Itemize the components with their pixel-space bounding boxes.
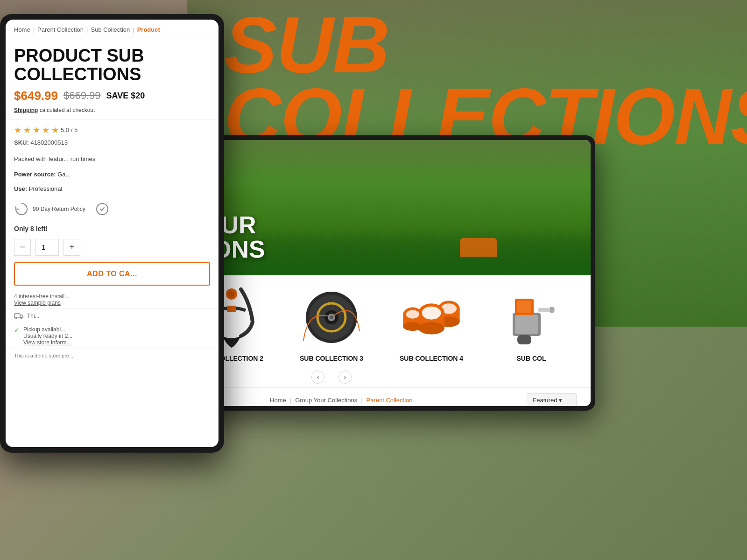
pickup-ready: Usually ready in 2...: [23, 333, 72, 339]
power-value: Ga...: [57, 171, 70, 178]
svg-point-15: [330, 315, 333, 319]
svg-point-26: [403, 322, 422, 331]
product-svg-4: [399, 287, 464, 348]
svg-rect-29: [515, 315, 538, 334]
mower-shape: [460, 238, 497, 257]
view-sample-plans-link[interactable]: View sample plans: [14, 300, 61, 306]
product-label-3: SUB COLLECTION 3: [300, 355, 363, 362]
price-row: $649.99 $669.99 SAVE $20: [6, 89, 218, 107]
breadcrumb-sep-1: |: [33, 26, 35, 33]
product-item-3[interactable]: SUB COLLECTION 3: [286, 285, 377, 362]
rating-row: ★ ★ ★ ★ ★ 5.0 / 5: [6, 119, 218, 138]
qty-minus-button[interactable]: −: [14, 239, 31, 256]
breadcrumb-sep-2: |: [86, 26, 88, 33]
breadcrumb-group[interactable]: Group Your Collections: [295, 397, 357, 404]
breadcrumb-sep-2: |: [361, 397, 362, 404]
svg-rect-33: [550, 307, 554, 313]
use-label: Use:: [14, 185, 27, 192]
stock-text: Only 8 left!: [6, 222, 218, 235]
product-svg-5: [503, 285, 559, 350]
sku-row: SKU: 41802000513: [6, 138, 218, 151]
tablet-front: Home | Parent Collection | Sub Collectio…: [0, 14, 224, 453]
breadcrumb-parent[interactable]: Parent Collection: [366, 397, 413, 404]
carousel-prev-button[interactable]: ‹: [311, 371, 324, 384]
product-description: Packed with featur... run times: [6, 151, 218, 167]
breadcrumb-parent[interactable]: Parent Collection: [37, 26, 84, 33]
svg-point-23: [422, 307, 441, 320]
star-4: ★: [42, 125, 49, 135]
svg-rect-34: [517, 335, 531, 344]
shipping-text: Shipping calculated at checkout: [6, 107, 218, 119]
breadcrumb-product: Product: [137, 26, 160, 33]
add-to-cart-button[interactable]: Add to Ca...: [14, 262, 210, 286]
star-5: ★: [51, 125, 59, 135]
checkmark-icon: ✓: [14, 326, 20, 334]
product-image-4: [399, 285, 464, 350]
shipping-detail: Thi...: [27, 313, 40, 319]
product-label-5: SUB COL: [517, 355, 546, 362]
breadcrumb-home[interactable]: Home: [14, 26, 30, 33]
svg-point-22: [418, 322, 444, 334]
breadcrumb: Home | Parent Collection | Sub Collectio…: [6, 20, 218, 37]
star-2: ★: [23, 125, 31, 135]
sku-value: 41802000513: [30, 139, 68, 146]
other-policy-item: [95, 202, 110, 217]
other-policy-icon: [95, 202, 110, 217]
product-item-4[interactable]: SUB COLLECTION 4: [386, 285, 477, 362]
quantity-row: − +: [6, 235, 218, 259]
price-current: $649.99: [14, 89, 58, 103]
product-svg-3: [299, 285, 364, 350]
breadcrumb-sep-3: |: [133, 26, 134, 33]
price-save: SAVE $20: [106, 91, 145, 101]
hero-text-overlay: SUB COLLECTIONS: [224, 9, 747, 152]
svg-point-27: [406, 310, 419, 319]
specs-use: Use: Professional: [6, 182, 218, 196]
sort-label: Featured: [533, 397, 557, 404]
power-label: Power source:: [14, 171, 56, 178]
shipping-calc: calculated at checkout: [40, 107, 95, 113]
qty-plus-button[interactable]: +: [63, 239, 80, 256]
sku-label: SKU:: [14, 139, 29, 146]
shipping-icon: [14, 311, 23, 321]
qty-input[interactable]: [35, 239, 59, 256]
price-old: $669.99: [63, 90, 101, 102]
shipping-link[interactable]: Shipping: [14, 107, 38, 113]
star-1: ★: [14, 125, 21, 135]
return-policy-item: 90 Day Return Policy: [14, 202, 85, 217]
pickup-row: ✓ Pickup availabl... Usually ready in 2.…: [6, 323, 218, 349]
product-image-5: [499, 285, 564, 350]
demo-store-text: This is a demo store pre...: [6, 349, 218, 362]
view-store-info-link[interactable]: View store inform...: [23, 339, 71, 346]
carousel-next-button[interactable]: ›: [338, 371, 352, 384]
specs-power: Power source: Ga...: [6, 167, 218, 182]
breadcrumb-sep-1: |: [290, 397, 291, 404]
product-image-3: [299, 285, 364, 350]
installment-text: 4 interest-free install... View sample p…: [6, 288, 218, 308]
product-item-5[interactable]: SUB COL: [486, 285, 577, 362]
breadcrumb-home[interactable]: Home: [270, 397, 286, 404]
hero-heading: SUB COLLECTIONS: [224, 9, 747, 152]
svg-point-35: [97, 203, 108, 215]
return-policy-icon: [14, 202, 29, 217]
svg-point-37: [15, 317, 17, 319]
svg-rect-31: [517, 301, 531, 313]
breadcrumb-sub[interactable]: Sub Collection: [91, 26, 130, 33]
svg-point-9: [228, 291, 235, 297]
svg-rect-36: [14, 314, 20, 318]
sort-dropdown[interactable]: Featured ▾: [527, 393, 577, 406]
tablet-front-screen: Home | Parent Collection | Sub Collectio…: [6, 20, 218, 447]
pickup-text: Pickup availabl...: [23, 326, 72, 333]
star-3: ★: [33, 125, 40, 135]
return-policy-text: 90 Day Return Policy: [33, 206, 85, 212]
rating-value: 5.0 / 5: [61, 126, 78, 133]
policy-row: 90 Day Return Policy: [6, 196, 218, 222]
svg-point-38: [21, 317, 22, 319]
svg-rect-7: [227, 306, 236, 312]
shipping-row: Thi...: [6, 308, 218, 323]
product-title: PRODUCT SUB COLLECTIONS: [6, 37, 218, 89]
product-label-4: SUB COLLECTION 4: [400, 355, 463, 362]
use-value: Professional: [29, 185, 63, 192]
